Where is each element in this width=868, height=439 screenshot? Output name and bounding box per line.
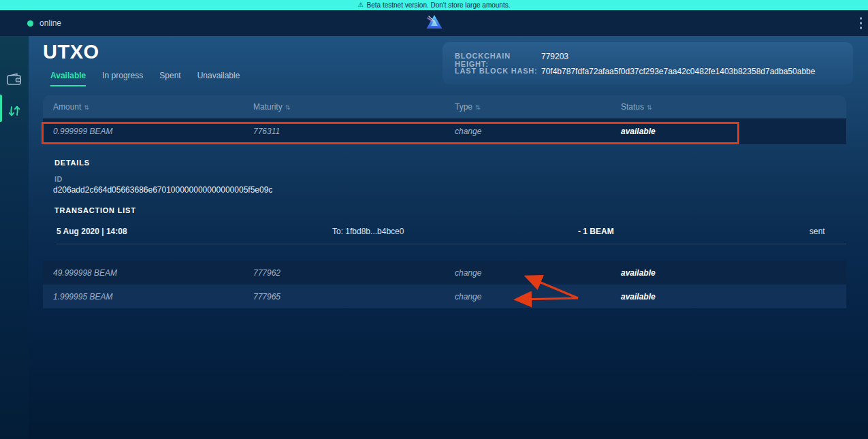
- transaction-list-title: TRANSACTION LIST: [54, 206, 136, 214]
- beam-wallet-window: ⚠ Beta testnet version. Don't store larg…: [0, 0, 868, 439]
- utxo-arrows-icon: [7, 103, 21, 119]
- sort-icon: ⇅: [285, 104, 291, 111]
- connection-status: online: [27, 10, 61, 36]
- utxo-type: change: [455, 284, 481, 308]
- details-title: DETAILS: [54, 159, 90, 167]
- last-block-hash-value: 70f4b787fdfa72afaa5f0d37cf293e7aa42c0482…: [541, 67, 815, 76]
- menu-kebab-icon[interactable]: [857, 15, 865, 32]
- utxo-type: change: [455, 261, 481, 284]
- tab-spent[interactable]: Spent: [159, 71, 180, 86]
- utxo-table-row[interactable]: 1.999995 BEAM 777965 change available: [43, 284, 846, 308]
- beam-logo[interactable]: [425, 14, 443, 33]
- tab-unavailable[interactable]: Unavailable: [197, 71, 240, 86]
- blockchain-info-panel: BLOCKCHAIN HEIGHT: 779203 LAST BLOCK HAS…: [443, 42, 853, 84]
- column-header-maturity[interactable]: Maturity⇅: [253, 95, 290, 118]
- beta-banner-text: Beta testnet version. Don't store large …: [367, 1, 511, 9]
- transaction-row[interactable]: 5 Aug 2020 | 14:08 To: 1fbd8b...b4bce0 -…: [43, 222, 846, 241]
- blockchain-height-value: 779203: [541, 52, 568, 68]
- utxo-id-value: d206add2c664d05663686e670100000000000000…: [53, 185, 272, 195]
- column-header-amount[interactable]: Amount⇅: [53, 95, 89, 118]
- page-title: UTXO: [43, 41, 99, 63]
- tab-available[interactable]: Available: [50, 71, 86, 86]
- sidebar: [0, 36, 29, 439]
- utxo-maturity: 776311: [253, 118, 280, 144]
- utxo-amount: 49.999998 BEAM: [53, 261, 117, 284]
- last-block-hash-label: LAST BLOCK HASH:: [455, 67, 541, 76]
- tab-in-progress[interactable]: In progress: [102, 71, 143, 86]
- sort-icon: ⇅: [475, 104, 481, 111]
- utxo-maturity: 777965: [253, 284, 280, 308]
- column-header-type[interactable]: Type⇅: [455, 95, 481, 118]
- utxo-table-row[interactable]: 49.999998 BEAM 777962 change available: [43, 261, 846, 284]
- wallet-icon: [6, 72, 22, 87]
- top-bar: online: [0, 10, 868, 36]
- sort-icon: ⇅: [647, 104, 652, 111]
- utxo-maturity: 777962: [253, 261, 280, 284]
- sidebar-item-wallet[interactable]: [0, 65, 29, 95]
- sort-icon: ⇅: [84, 104, 89, 111]
- column-header-status[interactable]: Status⇅: [621, 95, 652, 118]
- utxo-status: available: [621, 261, 656, 284]
- utxo-tabs: Available In progress Spent Unavailable: [50, 71, 240, 86]
- transaction-datetime: 5 Aug 2020 | 14:08: [57, 222, 127, 241]
- utxo-status: available: [621, 284, 656, 308]
- transaction-recipient: To: 1fbd8b...b4bce0: [332, 222, 404, 241]
- transaction-separator: [57, 244, 846, 244]
- blockchain-height-label: BLOCKCHAIN HEIGHT:: [455, 52, 541, 68]
- warning-icon: ⚠: [358, 2, 364, 8]
- utxo-status: available: [621, 118, 656, 144]
- beta-banner: ⚠ Beta testnet version. Don't store larg…: [0, 0, 868, 10]
- online-status-label: online: [39, 18, 61, 28]
- online-status-icon: [27, 20, 33, 27]
- utxo-table-header: Amount⇅ Maturity⇅ Type⇅ Status⇅: [43, 95, 846, 118]
- utxo-id-label: ID: [54, 175, 63, 183]
- utxo-type: change: [455, 118, 481, 144]
- transaction-amount: - 1 BEAM: [578, 222, 614, 241]
- utxo-amount: 1.999995 BEAM: [53, 284, 112, 308]
- utxo-amount: 0.999999 BEAM: [53, 118, 112, 144]
- utxo-table-row[interactable]: 0.999999 BEAM 776311 change available: [43, 118, 846, 144]
- transaction-status: sent: [809, 222, 825, 241]
- sidebar-item-utxo[interactable]: [0, 96, 29, 126]
